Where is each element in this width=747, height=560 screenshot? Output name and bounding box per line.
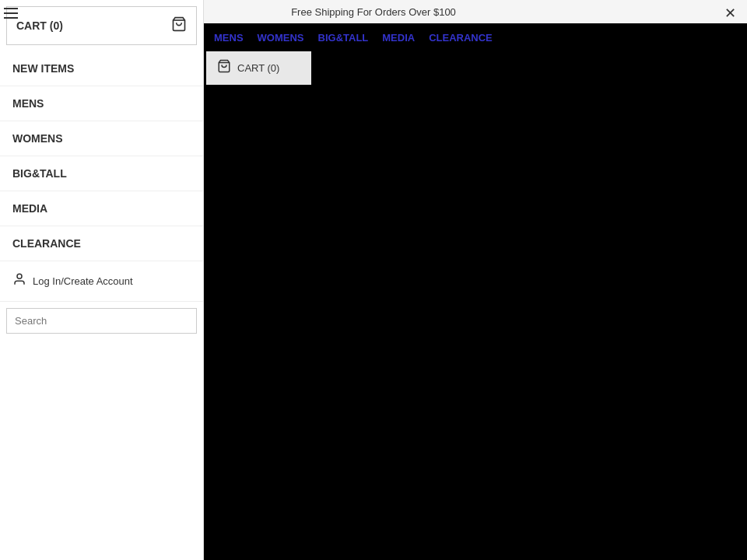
user-icon	[12, 272, 26, 290]
cart-icon	[171, 16, 187, 36]
cart-dropdown-label: CART (0)	[237, 62, 279, 74]
hamburger-line-2	[4, 12, 18, 14]
sidebar-item-media[interactable]: MEDIA	[0, 191, 203, 226]
nav-item-clearance[interactable]: CLEARANCE	[429, 32, 493, 44]
login-section[interactable]: Log In/Create Account	[0, 261, 203, 302]
sidebar-item-bigtall[interactable]: BIG&TALL	[0, 156, 203, 191]
nav-item-mens[interactable]: MENS	[214, 32, 244, 44]
top-nav: MENS WOMENS BIG&TALL MEDIA CLEARANCE	[206, 23, 747, 51]
hamburger-button[interactable]	[4, 4, 23, 23]
hamburger-line-3	[4, 17, 18, 19]
sidebar-item-clearance[interactable]: CLEARANCE	[0, 226, 203, 261]
sidebar-cart-label: CART (0)	[16, 19, 63, 32]
login-label: Log In/Create Account	[33, 275, 133, 287]
close-button[interactable]: ✕	[721, 4, 739, 23]
sidebar-item-mens[interactable]: MENS	[0, 86, 203, 121]
sidebar: CART (0) NEW ITEMS MENS WOMENS BIG&TALL …	[0, 0, 204, 560]
nav-item-media[interactable]: MEDIA	[382, 32, 415, 44]
sidebar-item-womens[interactable]: WOMENS	[0, 121, 203, 156]
cart-dropdown[interactable]: CART (0)	[206, 51, 311, 85]
search-container	[0, 302, 203, 340]
hamburger-line-1	[4, 8, 18, 9]
cart-dropdown-icon	[217, 59, 231, 77]
announcement-text: Free Shipping For Orders Over $100	[291, 6, 456, 18]
nav-item-bigtall[interactable]: BIG&TALL	[318, 32, 369, 44]
search-input[interactable]	[6, 308, 197, 334]
nav-item-womens[interactable]: WOMENS	[258, 32, 304, 44]
svg-point-2	[17, 274, 22, 278]
sidebar-item-new-items[interactable]: NEW ITEMS	[0, 51, 203, 86]
sidebar-cart-button[interactable]: CART (0)	[6, 6, 197, 45]
sidebar-nav: NEW ITEMS MENS WOMENS BIG&TALL MEDIA CLE…	[0, 51, 203, 261]
